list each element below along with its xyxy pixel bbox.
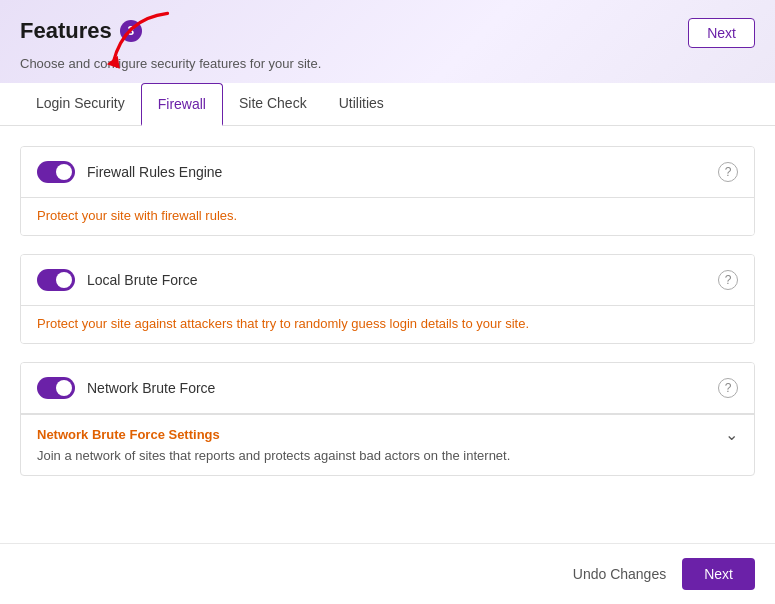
expand-title-network-brute-force: Network Brute Force Settings bbox=[37, 427, 725, 442]
feature-label-local-brute-force: Local Brute Force bbox=[87, 272, 718, 288]
undo-changes-button[interactable]: Undo Changes bbox=[573, 566, 666, 582]
tab-login-security[interactable]: Login Security bbox=[20, 83, 141, 126]
header-subtitle: Choose and configure security features f… bbox=[20, 56, 755, 71]
toggle-local-brute-force[interactable] bbox=[37, 269, 75, 291]
feature-label-network-brute-force: Network Brute Force bbox=[87, 380, 718, 396]
badge: 3 bbox=[120, 20, 142, 42]
next-button-top[interactable]: Next bbox=[688, 18, 755, 48]
feature-expand-header: Network Brute Force Settings ⌄ bbox=[21, 415, 754, 446]
feature-row-network-brute-force: Network Brute Force ? bbox=[21, 363, 754, 414]
tab-firewall[interactable]: Firewall bbox=[141, 83, 223, 126]
title-area: Features 3 bbox=[20, 18, 142, 44]
feature-expand-desc-network-brute-force: Join a network of sites that reports and… bbox=[21, 446, 754, 475]
toggle-firewall-rules-engine[interactable] bbox=[37, 161, 75, 183]
feature-card-network-brute-force: Network Brute Force ? Network Brute Forc… bbox=[20, 362, 755, 476]
tab-utilities[interactable]: Utilities bbox=[323, 83, 400, 126]
page-title: Features bbox=[20, 18, 112, 44]
help-icon-network-brute-force[interactable]: ? bbox=[718, 378, 738, 398]
toggle-network-brute-force[interactable] bbox=[37, 377, 75, 399]
feature-expand-network-brute-force: Network Brute Force Settings ⌄ Join a ne… bbox=[21, 414, 754, 475]
feature-row-local-brute-force: Local Brute Force ? bbox=[21, 255, 754, 306]
feature-desc-local-brute-force: Protect your site against attackers that… bbox=[21, 306, 754, 343]
main-content: Firewall Rules Engine ? Protect your sit… bbox=[0, 126, 775, 543]
tab-site-check[interactable]: Site Check bbox=[223, 83, 323, 126]
feature-card-local-brute-force: Local Brute Force ? Protect your site ag… bbox=[20, 254, 755, 344]
header: Features 3 Next Choose and configure sec… bbox=[0, 0, 775, 83]
feature-row-firewall-rules-engine: Firewall Rules Engine ? bbox=[21, 147, 754, 198]
chevron-down-icon[interactable]: ⌄ bbox=[725, 425, 738, 444]
feature-desc-firewall-rules-engine: Protect your site with firewall rules. bbox=[21, 198, 754, 235]
feature-label-firewall-rules-engine: Firewall Rules Engine bbox=[87, 164, 718, 180]
tabs-bar: Login Security Firewall Site Check Utili… bbox=[0, 83, 775, 126]
help-icon-local-brute-force[interactable]: ? bbox=[718, 270, 738, 290]
help-icon-firewall-rules-engine[interactable]: ? bbox=[718, 162, 738, 182]
next-button-bottom[interactable]: Next bbox=[682, 558, 755, 590]
footer: Undo Changes Next bbox=[0, 543, 775, 604]
feature-card-firewall-rules-engine: Firewall Rules Engine ? Protect your sit… bbox=[20, 146, 755, 236]
